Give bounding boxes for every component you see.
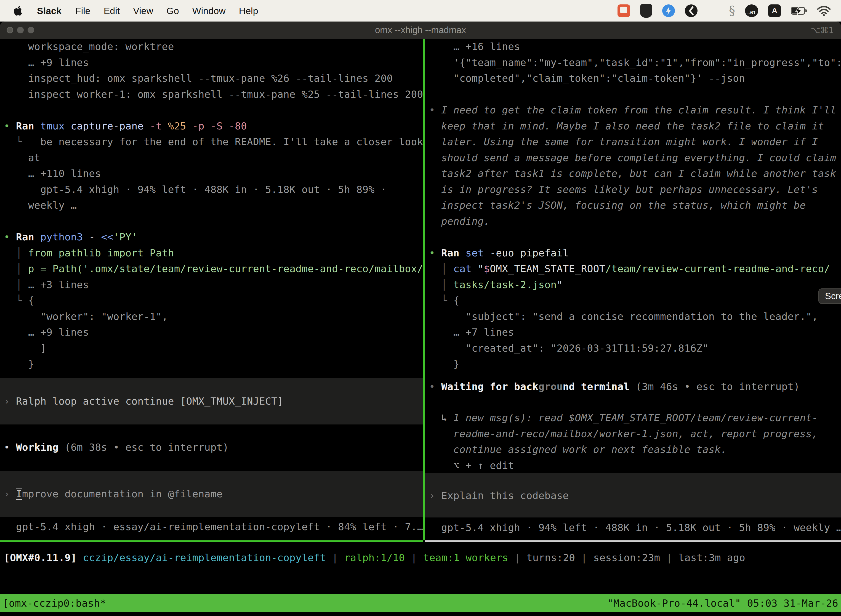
terminal-text-span: Ran <box>16 231 40 243</box>
terminal-text-span: pending. <box>429 216 490 227</box>
terminal-text-span: 1 new msg(s): read $OMX_TEAM_STATE_ROOT/… <box>453 412 818 423</box>
dark-crescent-icon[interactable] <box>685 4 697 17</box>
spacer <box>425 518 841 520</box>
terminal-text-span: keep that in mind. Maybe I also need the… <box>429 120 824 132</box>
terminal-line: │ cat "$OMX_TEAM_STATE_ROOT/team/review-… <box>425 261 841 277</box>
terminal-text-span: set <box>466 247 490 259</box>
terminal-text-span: ] <box>4 343 46 354</box>
terminal-line <box>0 102 423 118</box>
window-title-bar: omx --xhigh --madmax ⌥⌘1 <box>0 22 841 39</box>
terminal-text-span: task2 after task1 is complete, but can I… <box>429 168 836 179</box>
menu-item-go[interactable]: Go <box>160 6 185 16</box>
terminal-text-span: … +3 lines <box>28 279 89 290</box>
battery-charging-icon[interactable] <box>791 7 807 15</box>
terminal-line: inspect_worker-1: omx sparkshell --tmux-… <box>0 87 423 103</box>
prompt-input-row[interactable]: › Improve documentation in @filename <box>0 471 423 517</box>
terminal-text-span: | <box>508 552 526 563</box>
terminal-text-span: gpt-5.4 xhigh · 94% left · 488K in · 5.1… <box>4 184 387 195</box>
terminal-text-span: • <box>429 247 441 259</box>
terminal-line: … +110 lines <box>0 166 423 182</box>
terminal-text-span: | <box>660 552 678 563</box>
dots-grid-icon[interactable] <box>708 5 719 16</box>
terminal-text-span: │ <box>4 247 28 259</box>
terminal-text-span: Ralph loop active continue [OMX_TMUX_INJ… <box>16 396 283 407</box>
terminal-line: } <box>425 356 841 372</box>
prompt-input-row[interactable]: › Explain this codebase <box>425 473 841 518</box>
terminal-text-span: › <box>429 490 441 501</box>
apple-icon[interactable] <box>13 5 23 16</box>
menu-item-file[interactable]: File <box>69 6 97 16</box>
terminal-text-span: team:1 workers <box>423 552 508 563</box>
terminal-text-span: ⌥ + ↑ edit <box>429 460 514 471</box>
terminal-text-span: readme-and-reco/mailbox/worker-1.json, a… <box>429 428 818 439</box>
terminal-right-pane[interactable]: … +16 lines '{"team_name":"my-team","tas… <box>425 39 841 540</box>
pane-divider[interactable] <box>423 39 425 540</box>
terminal-line: └ { <box>425 293 841 308</box>
shield-grid-icon[interactable] <box>640 4 652 18</box>
terminal-line: inspect task2's JSON, focusing on the st… <box>425 197 841 213</box>
terminal-line: • Ran python3 - <<'PY' <box>0 229 423 245</box>
screen: { "menu_bar": { "app_name": "Slack", "it… <box>0 0 841 616</box>
terminal-text-span: cczip/essay/ai-reimplementation-copyleft <box>83 552 326 563</box>
terminal-line: • Waiting for background terminal (3m 46… <box>425 378 841 395</box>
terminal-text-span: } <box>429 358 459 370</box>
right-pane-bottom-border-inactive <box>425 540 841 542</box>
terminal-text-span: session:23m <box>593 552 660 563</box>
tmux-session-label[interactable]: [omx-cczip0:bash* <box>3 597 106 609</box>
terminal-text-span: { <box>28 295 34 306</box>
terminal-text-span: gpt-5.4 xhigh · essay/ai-reimplementatio… <box>4 521 423 532</box>
terminal-text-span: '{"team_name":"my-team","task_id":"1","f… <box>429 57 841 68</box>
terminal-text-span: is in progress? It seems likely but perh… <box>429 184 818 195</box>
terminal-line: continue assigned work or next feasible … <box>425 441 841 458</box>
terminal-left-pane[interactable]: workspace_mode: worktree … +9 lines insp… <box>0 39 423 540</box>
terminal-text-span: from pathlib import Path <box>28 247 174 259</box>
terminal-line: workspace_mode: worktree <box>0 39 423 55</box>
terminal-text-span: capture-pane <box>70 120 149 132</box>
menu-item-window[interactable]: Window <box>186 6 232 16</box>
terminal-line: › Ralph loop active continue [OMX_TMUX_I… <box>0 378 423 424</box>
terminal-text-span: -p -S -80 <box>192 120 247 132</box>
terminal-text-span: continue assigned work or next feasible … <box>429 444 727 455</box>
menu-item-edit[interactable]: Edit <box>97 6 127 16</box>
menu-item-view[interactable]: View <box>126 6 160 16</box>
spacer <box>0 424 423 439</box>
terminal-text-span: | <box>575 552 593 563</box>
tooltip-label: Scre <box>825 291 841 301</box>
terminal-text-span: I need to get the claim token from the c… <box>441 104 836 116</box>
terminal-text-span: "created_at": "2026-03-31T11:59:27.816Z" <box>429 343 709 354</box>
window-shortcut-hint: ⌥⌘1 <box>811 25 834 35</box>
menu-item-help[interactable]: Help <box>232 6 265 16</box>
terminal-text-span: Ran <box>441 247 466 259</box>
assistant-icon[interactable]: A <box>768 4 781 17</box>
chat-bubble-icon[interactable] <box>617 4 630 17</box>
terminal-text-span: └ <box>4 136 40 147</box>
counter-badge-icon[interactable]: ..61 <box>745 4 758 17</box>
terminal-content: workspace_mode: worktree … +9 lines insp… <box>0 39 841 616</box>
terminal-text-span: … +9 lines <box>4 327 89 338</box>
terminal-text-span: } <box>4 358 34 370</box>
terminal-line: │ from pathlib import Path <box>0 245 423 261</box>
terminal-text-span: -t <box>150 120 168 132</box>
terminal-line: … +9 lines <box>0 55 423 70</box>
terminal-text-span: OMX_TEAM_STATE_ROOT <box>490 263 605 274</box>
terminal-text-span: inspect_hud: omx sparkshell --tmux-pane … <box>4 73 393 84</box>
terminal-line: • Ran set -euo pipefail <box>425 245 841 261</box>
terminal-line: "created_at": "2026-03-31T11:59:27.816Z" <box>425 340 841 356</box>
terminal-text-span: { <box>453 295 459 306</box>
terminal-line: … +7 lines <box>425 324 841 340</box>
terminal-text-span: │ <box>429 279 453 290</box>
squiggle-icon[interactable]: § <box>729 4 735 17</box>
terminal-text-span: | <box>326 552 344 563</box>
blue-lightning-icon[interactable] <box>662 4 675 17</box>
terminal-text-span: [OMX#0.11.9] <box>4 552 83 563</box>
tmux-status-bar: [omx-cczip0:bash* "MacBook-Pro-44.local"… <box>0 594 841 612</box>
terminal-text-span: │ <box>4 279 28 290</box>
terminal-text-span: (6m 38s • esc to interrupt) <box>64 441 229 453</box>
terminal-text-span: inspect_worker-1: omx sparkshell --tmux-… <box>4 89 423 100</box>
spacer <box>425 395 841 410</box>
wifi-icon[interactable] <box>817 5 831 16</box>
omx-status-line: [OMX#0.11.9] cczip/essay/ai-reimplementa… <box>0 550 841 566</box>
terminal-text-span: /team/review-current-readme-and-reco/ <box>605 263 830 274</box>
menu-item-app-slack[interactable]: Slack <box>30 6 69 16</box>
terminal-line: gpt-5.4 xhigh · 94% left · 488K in · 5.1… <box>0 182 423 198</box>
